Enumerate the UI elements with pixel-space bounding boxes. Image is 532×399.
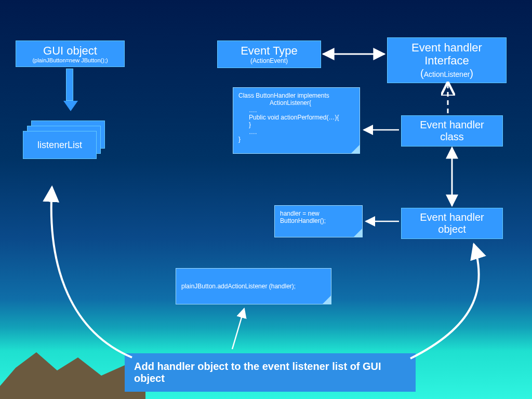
code-line: Class ButtonHandler implements [238, 92, 354, 99]
code-line: ActionListener{ [238, 99, 354, 107]
curve-arrow-to-handlerobject [410, 244, 479, 358]
interface-name: ActionListener [424, 70, 470, 78]
event-handler-object-box: Event handler object [401, 208, 503, 239]
event-handler-class-line1: Event handler [406, 119, 498, 131]
code-line: handler = new [280, 210, 357, 217]
event-handler-object-line1: Event handler [406, 211, 498, 223]
code-line: ButtonHandler(); [280, 217, 357, 224]
arrow-banner-to-addnote [232, 309, 244, 349]
event-handler-class-line2: class [406, 131, 498, 143]
event-type-subtitle: (ActionEvent) [222, 57, 316, 64]
event-handler-object-line2: object [406, 223, 498, 235]
code-line: } [238, 121, 354, 128]
event-type-title: Event Type [222, 44, 316, 57]
event-handler-class-box: Event handler class [401, 115, 503, 147]
summary-banner-text: Add handler object to the event listener… [134, 361, 381, 384]
event-handler-interface-subtitle: (ActionListener) [392, 68, 502, 79]
listenerlist-label: listenerList [37, 140, 82, 151]
arrow-gui-to-listenerlist [63, 69, 76, 111]
event-handler-interface-line1: Event handler [392, 41, 502, 54]
code-line: plainJButton.addActionListener (handler)… [181, 283, 296, 290]
event-handler-interface-box: Event handler Interface (ActionListener) [387, 37, 507, 83]
code-line: …. [238, 107, 354, 114]
add-listener-code-note: plainJButton.addActionListener (handler)… [176, 268, 331, 304]
paren-close: ) [470, 68, 473, 79]
gui-object-box: GUI object (plainJButton=new JButton();) [16, 41, 125, 67]
curve-arrow-to-listenerlist [51, 187, 132, 357]
summary-banner: Add handler object to the event listener… [125, 353, 416, 392]
diagram-stage: GUI object (plainJButton=new JButton();)… [0, 0, 532, 399]
code-line: } [238, 136, 354, 143]
paren-open: ( [420, 68, 424, 79]
code-line: Public void actionPerformed(…){ [238, 114, 354, 121]
svg-marker-0 [0, 352, 145, 399]
gui-object-subtitle: (plainJButton=new JButton();) [20, 57, 120, 63]
handler-class-code-note: Class ButtonHandler implements ActionLis… [233, 87, 360, 154]
event-type-box: Event Type (ActionEvent) [217, 41, 321, 68]
mountain-decoration [0, 337, 145, 399]
event-handler-interface-line2: Interface [392, 54, 502, 67]
code-line: …. [238, 128, 354, 136]
listenerlist-card-front: listenerList [23, 131, 97, 159]
gui-object-title: GUI object [20, 44, 120, 57]
handler-object-code-note: handler = new ButtonHandler(); [274, 205, 363, 237]
